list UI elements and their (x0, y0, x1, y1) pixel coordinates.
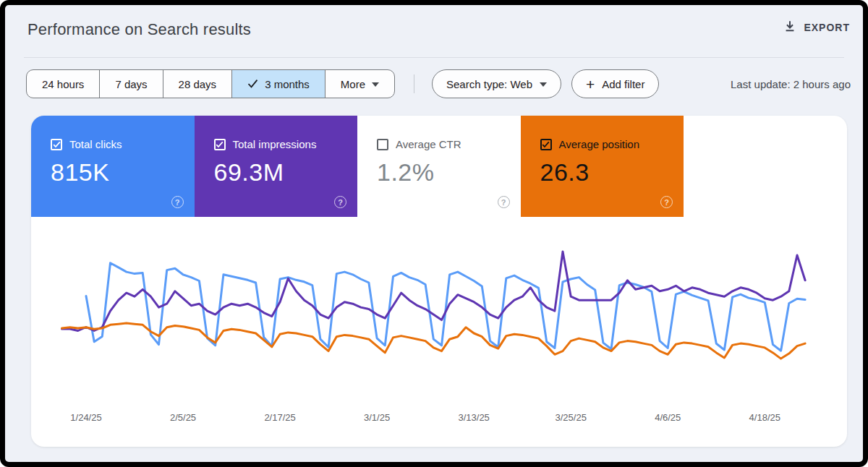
chevron-down-icon (540, 82, 547, 87)
checkbox-total-clicks[interactable] (51, 139, 62, 150)
metric-label: Total clicks (69, 138, 122, 150)
x-tick-label: 3/25/25 (556, 412, 587, 423)
search-type-label: Search type: Web (446, 78, 532, 90)
vertical-divider (414, 74, 414, 93)
metric-label: Total impressions (233, 138, 317, 150)
series-clicks (86, 263, 805, 351)
checkmark-icon (247, 78, 258, 90)
date-range-7-days[interactable]: 7 days (100, 70, 163, 98)
series-impressions (62, 252, 806, 331)
page-title: Performance on Search results (27, 20, 251, 39)
help-icon[interactable]: ? (171, 196, 184, 208)
checkbox-total-impressions[interactable] (214, 139, 226, 150)
help-icon[interactable]: ? (334, 196, 346, 208)
date-range-label: 28 days (179, 78, 217, 90)
search-type-dropdown[interactable]: Search type: Web (432, 69, 561, 98)
more-label: More (341, 78, 365, 90)
series-position (62, 323, 806, 359)
x-tick-label: 4/6/25 (655, 412, 681, 423)
search-console-performance-page: Performance on Search results EXPORT 24 … (0, 0, 868, 467)
date-range-24-hours[interactable]: 24 hours (27, 70, 100, 98)
add-filter-label: Add filter (602, 78, 644, 90)
x-tick-label: 2/17/25 (264, 412, 295, 423)
x-tick-label: 3/13/25 (458, 412, 489, 423)
metric-card-average-ctr[interactable]: Average CTR 1.2% ? (357, 116, 521, 217)
chevron-down-icon (372, 82, 379, 87)
x-tick-label: 3/1/25 (364, 412, 390, 423)
export-button[interactable]: EXPORT (783, 20, 850, 35)
x-tick-label: 2/5/25 (170, 412, 196, 423)
metric-value: 26.3 (540, 158, 684, 187)
date-range-group: 24 hours 7 days 28 days 3 months More (26, 69, 395, 98)
date-range-28-days[interactable]: 28 days (163, 70, 233, 98)
checkbox-average-ctr[interactable] (377, 139, 388, 150)
date-range-3-months[interactable]: 3 months (232, 70, 326, 98)
metric-card-total-impressions[interactable]: Total impressions 69.3M ? (195, 116, 358, 217)
export-label: EXPORT (804, 22, 850, 33)
metric-value: 69.3M (214, 158, 358, 187)
performance-card: Total clicks 815K ? Total impressions 69… (31, 116, 847, 447)
metric-card-average-position[interactable]: Average position 26.3 ? (521, 116, 684, 217)
date-range-more-button[interactable]: More (326, 70, 394, 98)
add-filter-button[interactable]: + Add filter (571, 69, 659, 98)
help-icon[interactable]: ? (498, 196, 510, 208)
plus-icon: + (586, 77, 595, 92)
metric-value: 815K (51, 158, 195, 187)
download-icon (783, 20, 796, 35)
metric-label: Average position (559, 138, 639, 150)
performance-chart[interactable] (31, 217, 847, 447)
x-tick-label: 4/18/25 (749, 412, 780, 423)
metrics-row: Total clicks 815K ? Total impressions 69… (31, 116, 847, 217)
date-range-label: 24 hours (42, 78, 84, 90)
header-divider (24, 57, 844, 58)
checkbox-average-position[interactable] (540, 139, 552, 150)
metric-value: 1.2% (377, 158, 521, 187)
metric-label: Average CTR (396, 138, 461, 150)
help-icon[interactable]: ? (660, 196, 673, 208)
performance-chart-area[interactable]: 1/24/252/5/252/17/253/1/253/13/253/25/25… (31, 217, 847, 447)
metric-card-total-clicks[interactable]: Total clicks 815K ? (31, 116, 195, 217)
date-range-label: 3 months (265, 78, 310, 90)
filter-bar: 24 hours 7 days 28 days 3 months More Se… (26, 69, 851, 98)
header: Performance on Search results EXPORT (5, 5, 863, 57)
date-range-label: 7 days (115, 78, 147, 90)
last-update-text: Last update: 2 hours ago (731, 78, 851, 90)
x-tick-label: 1/24/25 (70, 412, 101, 423)
